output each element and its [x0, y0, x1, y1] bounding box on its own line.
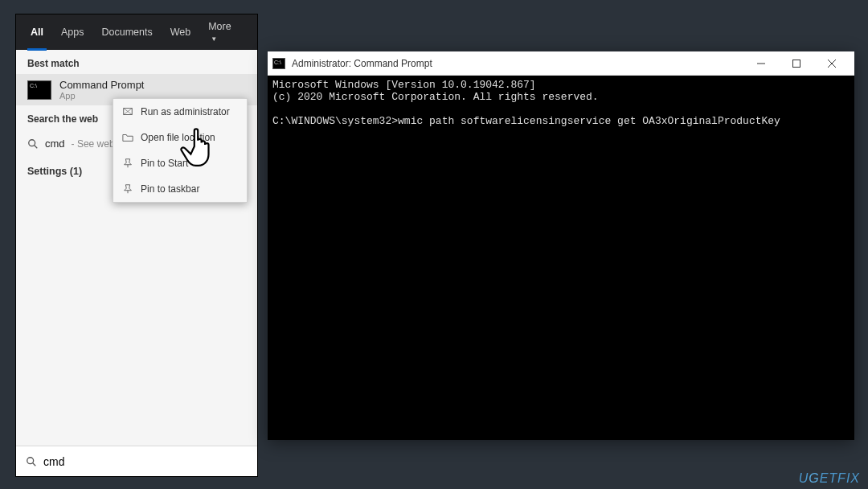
- svg-line-1: [35, 145, 38, 148]
- folder-icon: [121, 131, 134, 144]
- ctx-run-as-admin[interactable]: Run as administrator: [113, 99, 247, 125]
- tab-all[interactable]: All: [26, 22, 48, 43]
- best-match-label: Best match: [16, 50, 257, 74]
- cmd-command: wmic path softwarelicensingservice get O…: [398, 115, 780, 127]
- close-button[interactable]: [814, 52, 850, 75]
- result-title: Command Prompt: [59, 79, 144, 91]
- search-icon: [27, 138, 39, 150]
- result-text: Command Prompt App: [59, 79, 144, 101]
- chevron-down-icon: ▼: [211, 35, 217, 43]
- cmd-prompt: C:\WINDOWS\system32>: [272, 115, 398, 127]
- maximize-icon: [792, 60, 800, 68]
- web-query: cmd: [45, 138, 65, 150]
- command-prompt-window: C:\ Administrator: Command Prompt Micros…: [268, 51, 854, 440]
- search-input[interactable]: [43, 455, 248, 468]
- cmd-titlebar[interactable]: C:\ Administrator: Command Prompt: [268, 51, 854, 76]
- ctx-run-as-admin-label: Run as administrator: [141, 106, 230, 117]
- ctx-pin-to-start-label: Pin to Start: [141, 158, 188, 169]
- tab-apps[interactable]: Apps: [56, 22, 89, 43]
- cmd-line-1: Microsoft Windows [Version 10.0.19042.86…: [272, 79, 536, 91]
- start-search-panel: All Apps Documents Web More ▼ Best match…: [16, 14, 257, 476]
- cmd-output[interactable]: Microsoft Windows [Version 10.0.19042.86…: [268, 76, 854, 440]
- tab-more[interactable]: More ▼: [203, 16, 248, 48]
- svg-rect-6: [793, 60, 800, 67]
- cmd-window-icon: C:\: [272, 58, 285, 69]
- tab-web[interactable]: Web: [166, 22, 195, 43]
- maximize-button[interactable]: [779, 52, 814, 75]
- window-buttons: [743, 52, 850, 75]
- close-icon: [828, 60, 836, 68]
- ctx-pin-to-start[interactable]: Pin to Start: [113, 150, 247, 176]
- tab-more-label: More: [208, 21, 231, 32]
- watermark: UGETFIX: [799, 471, 860, 486]
- cmd-title: Administrator: Command Prompt: [292, 58, 432, 69]
- ctx-pin-to-taskbar[interactable]: Pin to taskbar: [113, 176, 247, 202]
- ctx-open-file-location-label: Open file location: [141, 132, 215, 143]
- web-suffix: - See web: [72, 138, 115, 150]
- ctx-open-file-location[interactable]: Open file location: [113, 125, 247, 150]
- context-menu: Run as administrator Open file location …: [113, 98, 248, 203]
- ctx-pin-to-taskbar-label: Pin to taskbar: [141, 183, 199, 195]
- admin-shield-icon: [121, 105, 134, 118]
- svg-point-0: [29, 139, 35, 146]
- pin-icon: [121, 157, 134, 170]
- cmd-app-icon: C:\: [27, 80, 51, 100]
- svg-line-3: [33, 462, 36, 466]
- tab-documents[interactable]: Documents: [96, 22, 157, 43]
- search-input-wrap: [16, 446, 257, 476]
- minimize-icon: [757, 60, 765, 68]
- search-icon: [26, 456, 37, 467]
- svg-point-2: [27, 457, 34, 463]
- search-tabs: All Apps Documents Web More ▼: [16, 14, 257, 50]
- cmd-line-2: (c) 2020 Microsoft Corporation. All righ…: [272, 91, 599, 103]
- pin-taskbar-icon: [121, 183, 134, 195]
- minimize-button[interactable]: [743, 52, 779, 75]
